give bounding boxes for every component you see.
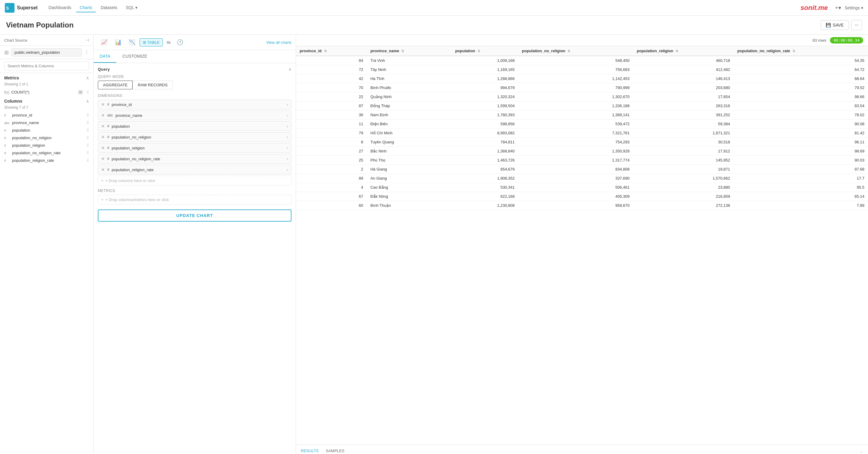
line-chart-tab[interactable]: 📈: [98, 37, 111, 47]
column-item-population: # population ⠿: [0, 127, 93, 134]
dim-remove-icon[interactable]: ✕: [101, 124, 105, 129]
cell-no-rel: 1,350,928: [518, 147, 633, 156]
columns-collapse-icon[interactable]: ∧: [86, 99, 89, 103]
dim-name: population: [112, 124, 284, 129]
cell-id: 87: [296, 101, 367, 110]
cell-no-rel: 1,142,453: [518, 74, 633, 83]
th-no-religion-rate[interactable]: population_no_religion_rate ⇅: [734, 46, 868, 56]
metrics-drop-zone[interactable]: + + Drop columns/metrics here or click: [98, 195, 291, 205]
dim-expand-icon[interactable]: ›: [287, 145, 288, 150]
dim-remove-icon[interactable]: ✕: [101, 145, 105, 150]
column-item-pop-no-religion: # population_no_religion ⠿: [0, 134, 93, 141]
logo[interactable]: S Superset: [5, 3, 37, 13]
dataset-more-icon[interactable]: ⋮: [84, 50, 89, 55]
update-chart-button[interactable]: UPDATE CHART: [98, 209, 291, 222]
plus-drop-icon: +: [101, 179, 103, 183]
metric-table-icon[interactable]: ⊟: [78, 90, 83, 95]
cell-no-rel-rate: 78.02: [734, 110, 868, 120]
customize-tab[interactable]: CUSTOMIZE: [116, 50, 153, 63]
cell-no-rel-rate: 90.03: [734, 156, 868, 165]
expand-icon[interactable]: ⌄: [860, 449, 863, 454]
nav-dashboards[interactable]: Dashboards: [45, 3, 75, 12]
page-header: Vietnam Population 💾 SAVE ···: [0, 16, 868, 35]
data-tab[interactable]: DATA: [94, 50, 116, 63]
results-tab[interactable]: RESULTS: [301, 447, 319, 454]
cell-id: 42: [296, 74, 367, 83]
view-all-charts-link[interactable]: View all charts: [266, 40, 291, 45]
data-table-wrap[interactable]: province_id ⇅ province_name ⇅ population…: [296, 46, 868, 445]
samples-tab[interactable]: SAMPLES: [326, 447, 344, 454]
cell-no-rel-rate: 64.72: [734, 65, 868, 74]
bar-chart-tab[interactable]: 📊: [112, 37, 124, 47]
cell-no-rel: 756,683: [518, 65, 633, 74]
metrics-collapse-icon[interactable]: ∧: [86, 75, 89, 80]
dim-expand-icon[interactable]: ›: [287, 156, 288, 161]
cell-rel: 17,912: [633, 147, 734, 156]
th-province-name[interactable]: province_name ⇅: [367, 46, 452, 56]
dim-expand-icon[interactable]: ›: [287, 113, 288, 118]
dim-name: province_name: [115, 113, 284, 118]
cell-id: 60: [296, 201, 367, 210]
col-drag-handle[interactable]: ⠿: [86, 159, 89, 163]
column-chart-tab[interactable]: 📉: [126, 37, 138, 47]
settings-button[interactable]: Settings ▾: [845, 5, 863, 10]
table-row: 2 Hà Giang 854,679 834,808 19,871 97.68: [296, 165, 868, 174]
cell-pop: 8,993,082: [452, 129, 518, 138]
metric-drag-handle[interactable]: ⠿: [86, 90, 89, 95]
nav-datasets[interactable]: Datasets: [97, 3, 121, 12]
chart-type-tabs: 📈 📊 📉 ⊞ TABLE 4k 🕐 View all charts: [94, 35, 296, 50]
col-drag-handle[interactable]: ⠿: [86, 151, 89, 155]
sort-icon: ⇅: [401, 49, 404, 53]
columns-title: Columns: [4, 99, 22, 103]
cell-rel: 1,671,321: [633, 129, 734, 138]
th-population[interactable]: population ⇅: [452, 46, 518, 56]
table-chart-tab[interactable]: ⊞ TABLE: [140, 38, 163, 46]
save-button[interactable]: 💾 SAVE: [820, 20, 849, 30]
dim-remove-icon[interactable]: ✕: [101, 156, 105, 161]
col-drag-handle[interactable]: ⠿: [86, 143, 89, 148]
col-name: population_religion_rate: [12, 158, 83, 163]
collapse-icon[interactable]: ⊣: [86, 38, 89, 42]
aggregate-button[interactable]: AGGREGATE: [98, 80, 132, 89]
col-drag-handle[interactable]: ⠿: [86, 121, 89, 125]
col-drag-handle[interactable]: ⠿: [86, 136, 89, 140]
dim-expand-icon[interactable]: ›: [287, 102, 288, 107]
search-input[interactable]: [4, 62, 89, 70]
th-pop-no-religion[interactable]: population_no_religion ⇅: [518, 46, 633, 56]
dim-expand-icon[interactable]: ›: [287, 124, 288, 129]
cell-no-rel-rate: 7.89: [734, 201, 868, 210]
th-pop-religion[interactable]: population_religion ⇅: [633, 46, 734, 56]
dim-expand-icon[interactable]: ›: [287, 135, 288, 139]
raw-records-button[interactable]: RAW RECORDS: [132, 80, 173, 89]
col-drag-handle[interactable]: ⠿: [86, 128, 89, 132]
4k-button[interactable]: 4k: [164, 39, 173, 46]
dim-name: population_religion: [112, 146, 284, 150]
query-chevron-icon[interactable]: ∧: [288, 67, 291, 71]
cell-id: 27: [296, 147, 367, 156]
table-row: 4 Cao Bằng 530,341 506,461 23,880 95.5: [296, 183, 868, 192]
cell-name: Cao Bằng: [367, 183, 452, 192]
cell-rel: 1,570,662: [633, 174, 734, 183]
results-table: province_id ⇅ province_name ⇅ population…: [296, 46, 868, 210]
more-button[interactable]: ···: [851, 20, 862, 30]
th-province-id[interactable]: province_id ⇅: [296, 46, 367, 56]
dim-remove-icon[interactable]: ✕: [101, 135, 105, 139]
time-icon[interactable]: 🕐: [174, 37, 186, 47]
cell-no-rel: 539,472: [518, 120, 633, 129]
nav-charts[interactable]: Charts: [76, 3, 96, 12]
cell-no-rel-rate: 79.52: [734, 83, 868, 92]
col-drag-handle[interactable]: ⠿: [86, 113, 89, 118]
dim-name: population_no_religion: [112, 135, 284, 139]
dim-remove-icon[interactable]: ✕: [101, 102, 105, 107]
grid-icon[interactable]: ⊞: [4, 49, 9, 56]
dim-remove-icon[interactable]: ✕: [101, 113, 105, 118]
plus-button[interactable]: +▾: [835, 4, 841, 11]
nav-sql[interactable]: SQL ▾: [122, 3, 141, 12]
dimensions-drop-zone[interactable]: + + Drop columns here or click: [98, 176, 291, 186]
dimension-pop-religion: ✕ # population_religion ›: [98, 143, 291, 153]
dim-name: population_no_religion_rate: [112, 157, 284, 161]
dim-expand-icon[interactable]: ›: [287, 167, 288, 172]
plus-metrics-icon: +: [101, 197, 103, 202]
center-panel: 📈 📊 📉 ⊞ TABLE 4k 🕐 View all charts DATA …: [94, 35, 296, 454]
dim-remove-icon[interactable]: ✕: [101, 167, 105, 172]
